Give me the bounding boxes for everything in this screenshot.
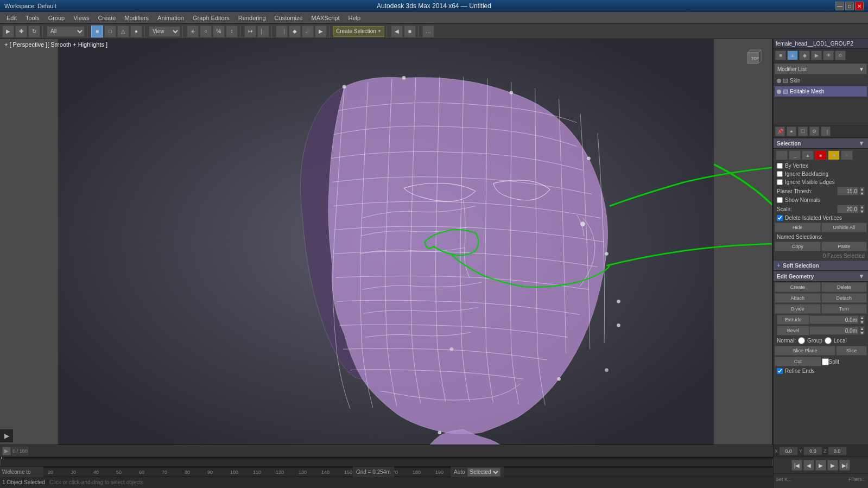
rotate-tool-btn[interactable]: ↻: [28, 26, 40, 37]
edit-geometry-header[interactable]: Edit Geometry ▼: [774, 271, 868, 282]
unhide-all-btn[interactable]: Unhide All: [821, 223, 867, 232]
create-selection-btn[interactable]: Create Selection ▼: [333, 26, 384, 37]
render-setup-btn[interactable]: ☄: [302, 26, 314, 37]
planar-thresh-down[interactable]: ▼: [859, 191, 865, 195]
schematic-view-btn[interactable]: ■: [404, 26, 416, 37]
view-select[interactable]: View Screen World: [149, 26, 180, 37]
select-paint-btn[interactable]: ●: [130, 26, 142, 37]
show-normals-checkbox[interactable]: [777, 197, 783, 203]
align-btn[interactable]: ⎸: [257, 26, 269, 37]
graph-editors-btn[interactable]: ⎹: [276, 26, 288, 37]
slice-plane-btn[interactable]: Slice Plane: [775, 346, 835, 356]
bevel-up[interactable]: ▲: [859, 326, 865, 331]
ignore-backfacing-checkbox[interactable]: [777, 171, 783, 177]
detach-btn[interactable]: Detach: [821, 293, 867, 303]
planar-thresh-up[interactable]: ▲: [859, 187, 865, 191]
scale-up[interactable]: ▲: [859, 205, 865, 209]
paste-btn[interactable]: Paste: [821, 242, 867, 251]
goto-end-btn[interactable]: ▶|: [839, 460, 850, 471]
cut-btn[interactable]: Cut: [775, 357, 821, 366]
selection-section-header[interactable]: Selection ▼: [774, 138, 868, 149]
extrude-up[interactable]: ▲: [859, 315, 865, 320]
play-forward-btn[interactable]: ▶: [2, 447, 11, 455]
menu-graph-editors[interactable]: Graph Editors: [188, 14, 234, 22]
navigation-cube[interactable]: TOP: [739, 45, 766, 72]
utilities-panel-icon[interactable]: ⛭: [835, 50, 846, 60]
modifier-list-dropdown[interactable]: Modifier List ▼: [775, 64, 867, 74]
menu-maxscript[interactable]: MAXScript: [307, 14, 344, 22]
bevel-down[interactable]: ▼: [859, 331, 865, 335]
material-editor-btn[interactable]: ◆: [289, 26, 301, 37]
ignore-visible-edges-checkbox[interactable]: [777, 179, 783, 185]
modifier-skin-item[interactable]: Skin: [775, 75, 867, 86]
play-btn[interactable]: ▶: [815, 460, 826, 471]
copy-btn[interactable]: Copy: [775, 242, 821, 251]
delete-btn[interactable]: Delete: [821, 282, 867, 292]
menu-animation[interactable]: Animation: [153, 14, 188, 22]
hide-btn[interactable]: Hide: [775, 223, 821, 232]
modifier-editable-mesh-item[interactable]: Editable Mesh: [775, 86, 867, 97]
remove-modifier-btn[interactable]: ☐: [798, 126, 808, 136]
maximize-button[interactable]: □: [845, 2, 854, 10]
prev-frame-btn[interactable]: ◀: [803, 460, 814, 471]
configure-modifier-btn[interactable]: ⚙: [809, 126, 819, 136]
modify-panel-icon[interactable]: ▲: [787, 50, 798, 60]
more-tools-btn[interactable]: …: [422, 26, 434, 37]
attach-btn[interactable]: Attach: [775, 293, 821, 303]
close-button[interactable]: ✕: [855, 2, 864, 10]
planar-thresh-input[interactable]: [837, 187, 859, 195]
viewport-3d[interactable]: + [ Perspective ][ Smooth + Highlights ]: [0, 39, 773, 445]
create-btn[interactable]: Create: [775, 282, 821, 292]
scale-input[interactable]: [837, 205, 859, 213]
refine-ends-checkbox[interactable]: [777, 368, 783, 374]
minimize-button[interactable]: —: [835, 2, 844, 10]
track-view-btn[interactable]: ◀: [391, 26, 403, 37]
viewport-nav-left[interactable]: ▶: [0, 429, 13, 442]
menu-customize[interactable]: Customize: [270, 14, 307, 22]
menu-tools[interactable]: Tools: [21, 14, 44, 22]
display-panel-icon[interactable]: 👁: [823, 50, 834, 60]
menu-help[interactable]: Help: [344, 14, 365, 22]
divide-btn[interactable]: Divide: [775, 304, 821, 314]
menu-modifiers[interactable]: Modifiers: [120, 14, 153, 22]
menu-create[interactable]: Create: [93, 14, 120, 22]
render-btn[interactable]: ▶: [315, 26, 327, 37]
normal-group-radio[interactable]: [798, 337, 805, 344]
vertex-sel-icon[interactable]: ·: [776, 150, 788, 160]
motion-panel-icon[interactable]: ▶: [811, 50, 822, 60]
menu-edit[interactable]: Edit: [2, 14, 21, 22]
extrude-input[interactable]: [809, 315, 859, 324]
snap-toggle-btn[interactable]: ⚹: [187, 26, 199, 37]
select-lasso-btn[interactable]: △: [117, 26, 129, 37]
by-vertex-checkbox[interactable]: [777, 163, 783, 169]
select-region-btn[interactable]: □: [104, 26, 116, 37]
extrude-down[interactable]: ▼: [859, 320, 865, 324]
percent-snap-btn[interactable]: %: [213, 26, 225, 37]
element-sel-icon[interactable]: ◆: [828, 150, 840, 160]
scale-down[interactable]: ▼: [859, 209, 865, 213]
auto-select[interactable]: Selected All: [467, 468, 500, 477]
move-tool-btn[interactable]: ✚: [15, 26, 27, 37]
show-all-btn[interactable]: ⎹: [821, 126, 831, 136]
bevel-input[interactable]: [809, 326, 859, 335]
slice-btn[interactable]: Slice: [836, 346, 867, 356]
select-object-btn[interactable]: ■: [91, 26, 103, 37]
hierarchy-panel-icon[interactable]: ◆: [799, 50, 810, 60]
angle-snap-btn[interactable]: ○: [200, 26, 212, 37]
bevel-btn[interactable]: Bevel: [777, 326, 809, 335]
spinner-snap-btn[interactable]: ↕: [226, 26, 238, 37]
extrude-btn[interactable]: Extrude: [777, 315, 809, 325]
mirror-btn[interactable]: ↦: [244, 26, 256, 37]
timeline-bar[interactable]: [0, 459, 773, 466]
pin-stack-btn[interactable]: 📌: [775, 126, 785, 136]
border-sel-icon[interactable]: ○: [841, 150, 853, 160]
menu-rendering[interactable]: Rendering: [234, 14, 270, 22]
menu-group[interactable]: Group: [44, 14, 69, 22]
selection-filter-select[interactable]: All Geometry Shapes: [47, 26, 85, 37]
edge-sel-icon[interactable]: ⎯: [789, 150, 801, 160]
menu-views[interactable]: Views: [69, 14, 93, 22]
create-panel-icon[interactable]: ■: [775, 50, 786, 60]
face-sel-icon[interactable]: ▲: [802, 150, 814, 160]
next-frame-btn[interactable]: ▶: [827, 460, 838, 471]
normal-local-radio[interactable]: [825, 337, 832, 344]
